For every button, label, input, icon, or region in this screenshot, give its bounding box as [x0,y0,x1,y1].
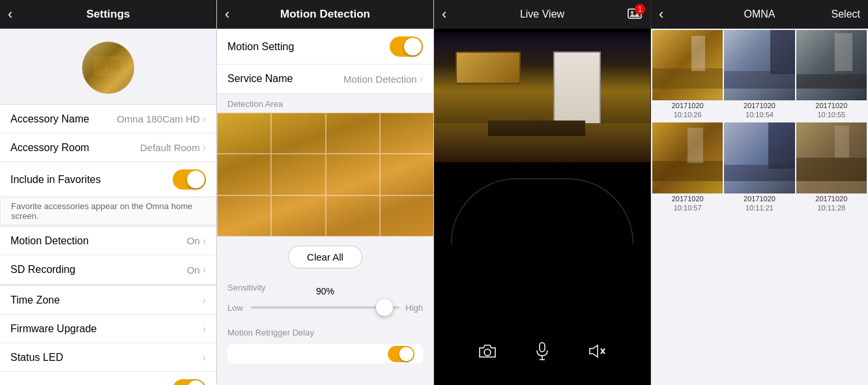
favorites-toggle-knob [187,171,205,188]
list-item[interactable]: 20171020 10:11:28 [796,122,867,214]
grid-cell-11[interactable] [380,195,434,236]
thumbnail-4-time: 10:11:21 [724,204,794,214]
sensitivity-slider-thumb[interactable] [376,299,393,316]
accessory-name-item[interactable]: Accessory Name Omna 180Cam HD › [0,105,216,134]
sd-recording-chevron: › [203,264,206,276]
svg-point-5 [631,11,633,14]
grid-cell-9[interactable] [271,195,325,236]
camera-capture-button[interactable] [473,337,502,365]
motion-setting-item: Motion Setting [217,29,433,64]
camera-avatar-section [0,29,216,104]
grid-cell-8[interactable] [217,195,271,236]
live-painting [456,51,521,84]
thumb-image-0 [652,30,723,89]
live-arc [451,178,633,244]
retrigger-toggle[interactable] [388,346,414,362]
timezone-chevron: › [203,294,206,306]
thumb-image-5 [796,122,867,181]
accessory-info-list: Accessory Name Omna 180Cam HD › Accessor… [0,104,216,197]
thumbnail-5-time: 10:11:28 [796,204,867,214]
sensitivity-slider-fill [251,306,384,309]
thumbnail-0-time: 10:10:26 [652,111,723,121]
firmware-label: Firmware Upgrade [10,323,96,335]
firmware-chevron: › [203,323,206,335]
sd-recording-item[interactable]: SD Recording On › [0,255,216,284]
live-header: ‹ Live View 1 [434,0,650,29]
settings-back-button[interactable]: ‹ [8,6,12,23]
motion-settings-list: Motion Setting Service Name Motion Detec… [217,29,433,94]
sd-recording-label: SD Recording [10,264,76,276]
thumbnail-1-time: 10:10:54 [724,111,794,121]
motion-setting-knob [404,38,422,55]
live-back-button[interactable]: ‹ [442,6,446,23]
grid-cell-7[interactable] [380,154,434,195]
recording-list: Motion Detection On › SD Recording On › [0,226,216,285]
grid-cell-0[interactable] [217,113,271,154]
list-item[interactable]: 20171020 10:10:54 [724,30,794,121]
motion-setting-toggle[interactable] [390,36,423,57]
motion-detection-panel: ‹ Motion Detection Motion Setting Servic… [217,0,434,385]
sensitivity-low-label: Low [227,303,246,313]
grid-cell-4[interactable] [217,154,271,195]
favorites-toggle[interactable] [173,169,206,190]
timezone-item[interactable]: Time Zone › [0,286,216,315]
speaker-mute-button[interactable] [583,337,611,365]
list-item[interactable]: 20171020 10:10:55 [796,30,867,121]
omna-back-button[interactable]: ‹ [659,6,663,23]
thumb-image-4 [724,122,794,181]
live-video-area [434,29,650,165]
service-name-right: Motion Detection › [343,73,423,85]
favorites-item: Include in Favorites [0,162,216,197]
clear-all-button[interactable]: Clear All [288,246,362,268]
clear-all-section: Clear All [217,236,433,278]
motion-detection-item[interactable]: Motion Detection On › [0,227,216,255]
list-item[interactable]: 20171020 10:10:57 [652,122,723,214]
service-name-item[interactable]: Service Name Motion Detection › [217,64,433,93]
night-vision-item: Night Vision [0,372,216,385]
detection-area-label: Detection Area [217,94,433,113]
speaker-off-icon [587,343,607,360]
firmware-item[interactable]: Firmware Upgrade › [0,315,216,343]
motion-back-button[interactable]: ‹ [225,6,229,23]
thumbnail-2-time: 10:10:55 [796,111,867,121]
night-vision-toggle-knob [187,380,205,385]
live-video-frame [434,32,650,162]
sensitivity-row: Low 90% High [217,295,433,322]
accessory-name-right: Omna 180Cam HD › [117,113,206,125]
thumbnail-1 [724,30,794,100]
live-view-panel: ‹ Live View 1 [434,0,651,385]
motion-title: Motion Detection [280,8,370,21]
microphone-button[interactable] [528,337,557,365]
grid-cell-3[interactable] [380,113,434,154]
list-item[interactable]: 20171020 10:10:26 [652,30,723,121]
thumbnail-0 [652,30,723,100]
microphone-icon [534,341,550,361]
grid-cell-5[interactable] [271,154,325,195]
thumbnail-5-date: 20171020 [796,193,867,204]
accessory-room-label: Accessory Room [10,142,89,154]
motion-retrigger-label: Motion Retrigger Delay [217,322,433,341]
motion-header: ‹ Motion Detection [217,0,433,29]
motion-detection-right: On › [187,235,206,247]
night-vision-toggle[interactable] [173,379,206,385]
thumbnail-3 [652,122,723,193]
camera-avatar [82,42,134,94]
live-title: Live View [520,8,564,20]
thumbnail-5 [796,122,867,193]
grid-cell-6[interactable] [326,154,380,195]
accessory-room-item[interactable]: Accessory Room Default Room › [0,134,216,162]
grid-cell-10[interactable] [326,195,380,236]
sensitivity-section: Sensitivity Low 90% High [217,278,433,322]
grid-cell-1[interactable] [271,113,325,154]
settings-header: ‹ Settings [0,0,216,29]
motion-detection-label: Motion Detection [10,235,89,247]
omna-panel: ‹ OMNA Select 20171020 10:10:26 [651,0,868,385]
list-item[interactable]: 20171020 10:11:21 [724,122,794,214]
grid-cell-2[interactable] [326,113,380,154]
omna-select-button[interactable]: Select [832,8,860,20]
accessory-name-chevron: › [203,113,206,125]
status-led-item[interactable]: Status LED › [0,343,216,372]
thumb-image-1 [724,30,794,89]
detection-grid[interactable] [217,113,434,236]
accessory-room-right: Default Room › [140,142,206,154]
